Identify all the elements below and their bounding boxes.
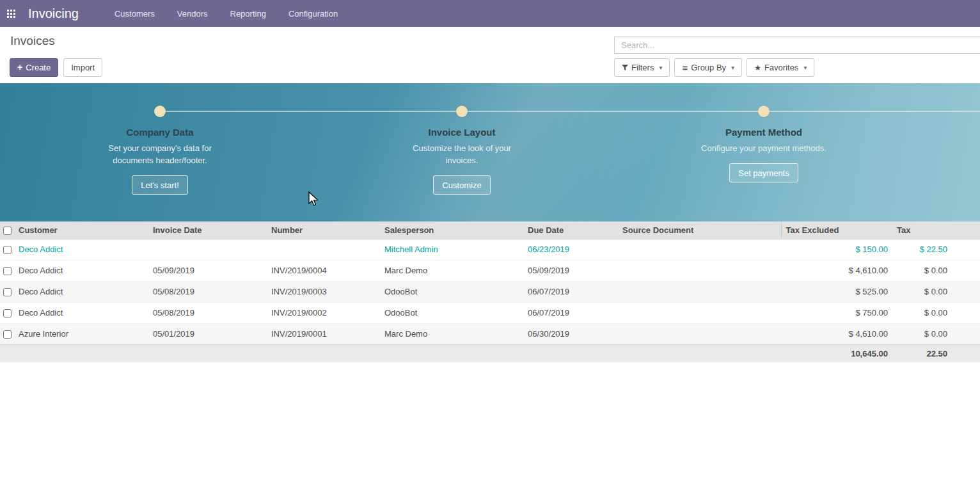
cell-number: INV/2019/0002 <box>267 302 380 323</box>
filters-button[interactable]: Filters ▾ <box>614 58 670 77</box>
table-row[interactable]: Deco Addict 05/08/2019 INV/2019/0003 Odo… <box>0 281 980 302</box>
step-dot-icon <box>758 106 770 117</box>
lets-start-button[interactable]: Let's start! <box>132 175 188 195</box>
invoice-table: Customer Invoice Date Number Salesperson… <box>0 221 980 362</box>
app-name[interactable]: Invoicing <box>28 6 79 21</box>
main-menu: Customers Vendors Reporting Configuratio… <box>115 9 338 19</box>
row-checkbox[interactable] <box>3 288 12 296</box>
cell-invoice-date: 05/08/2019 <box>148 302 267 323</box>
search-input[interactable] <box>614 36 980 54</box>
apps-menu-button[interactable] <box>0 0 22 27</box>
cell-tax-excluded: $ 525.00 <box>781 281 892 302</box>
table-row[interactable]: Deco Addict 05/08/2019 INV/2019/0002 Odo… <box>0 302 980 323</box>
cell-due-date: 05/09/2019 <box>523 260 618 281</box>
onboarding-step-payment-method: Payment Method Configure your payment me… <box>681 106 847 182</box>
table-header-row: Customer Invoice Date Number Salesperson… <box>0 221 980 239</box>
column-header-tax[interactable]: Tax <box>892 221 980 239</box>
chevron-down-icon: ▾ <box>803 59 807 76</box>
step-title: Company Data <box>126 127 193 138</box>
row-checkbox[interactable] <box>3 267 12 275</box>
cell-source-document <box>618 239 781 260</box>
onboarding-step-company-data: Company Data Set your company's data for… <box>77 106 243 195</box>
cell-salesperson: Mitchell Admin <box>380 239 523 260</box>
cell-salesperson: OdooBot <box>380 281 523 302</box>
cell-due-date: 06/07/2019 <box>523 281 618 302</box>
table-row[interactable]: Azure Interior 05/01/2019 INV/2019/0001 … <box>0 323 980 344</box>
column-header-invoice-date[interactable]: Invoice Date <box>148 221 267 239</box>
chevron-down-icon: ▾ <box>659 59 662 76</box>
group-by-button[interactable]: ≡ Group By ▾ <box>674 58 742 77</box>
set-payments-button[interactable]: Set payments <box>729 163 798 182</box>
create-button[interactable]: + Create <box>10 58 58 77</box>
cell-customer: Deco Addict <box>14 302 148 323</box>
cell-number <box>267 239 380 260</box>
menu-vendors[interactable]: Vendors <box>177 9 208 19</box>
step-title: Invoice Layout <box>428 127 495 138</box>
step-dot-icon <box>154 106 166 117</box>
column-header-customer[interactable]: Customer <box>14 221 148 239</box>
favorites-button[interactable]: ★ Favorites ▾ <box>747 58 814 77</box>
filter-icon <box>622 65 628 71</box>
cell-customer: Deco Addict <box>14 239 148 260</box>
import-button-label: Import <box>71 59 95 76</box>
page-title: Invoices <box>10 34 55 48</box>
cell-tax-excluded: $ 4,610.00 <box>781 323 892 344</box>
cell-invoice-date <box>148 239 267 260</box>
group-by-icon: ≡ <box>682 63 688 72</box>
plus-icon: + <box>17 59 22 76</box>
menu-reporting[interactable]: Reporting <box>230 9 266 19</box>
import-button[interactable]: Import <box>63 58 102 77</box>
table-row[interactable]: Deco Addict Mitchell Admin 06/23/2019 $ … <box>0 239 980 260</box>
cell-due-date: 06/30/2019 <box>523 323 618 344</box>
column-header-number[interactable]: Number <box>267 221 380 239</box>
cell-due-date: 06/07/2019 <box>523 302 618 323</box>
row-checkbox[interactable] <box>3 330 12 339</box>
cell-salesperson: Marc Demo <box>380 323 523 344</box>
menu-configuration[interactable]: Configuration <box>288 9 338 19</box>
cell-salesperson: Marc Demo <box>380 260 523 281</box>
total-tax-excluded: 10,645.00 <box>781 344 892 362</box>
cell-salesperson: OdooBot <box>380 302 523 323</box>
cell-invoice-date: 05/08/2019 <box>148 281 267 302</box>
row-checkbox[interactable] <box>3 246 12 254</box>
select-all-checkbox[interactable] <box>3 227 12 235</box>
step-description: Configure your payment methods. <box>700 142 828 154</box>
favorites-button-label: Favorites <box>764 59 798 76</box>
step-dot-icon <box>456 106 468 117</box>
menu-customers[interactable]: Customers <box>115 9 155 19</box>
search-options: Filters ▾ ≡ Group By ▾ ★ Favorites ▾ <box>614 58 814 77</box>
group-by-button-label: Group By <box>691 59 726 76</box>
cell-tax-excluded: $ 150.00 <box>781 239 892 260</box>
onboarding-banner: Company Data Set your company's data for… <box>0 83 980 221</box>
onboarding-step-invoice-layout: Invoice Layout Customize the look of you… <box>379 106 545 195</box>
column-header-due-date[interactable]: Due Date <box>523 221 618 239</box>
cell-invoice-date: 05/09/2019 <box>148 260 267 281</box>
cell-customer: Deco Addict <box>14 260 148 281</box>
column-header-tax-excluded[interactable]: Tax Excluded <box>781 221 892 239</box>
cell-source-document <box>618 260 781 281</box>
column-header-source-document[interactable]: Source Document <box>618 221 781 239</box>
cell-tax-excluded: $ 4,610.00 <box>781 260 892 281</box>
table-row[interactable]: Deco Addict 05/09/2019 INV/2019/0004 Mar… <box>0 260 980 281</box>
chevron-down-icon: ▾ <box>731 59 734 76</box>
top-navbar: Invoicing Customers Vendors Reporting Co… <box>0 0 980 27</box>
cell-source-document <box>618 281 781 302</box>
cell-number: INV/2019/0004 <box>267 260 380 281</box>
cell-tax-excluded: $ 750.00 <box>781 302 892 323</box>
cell-tax: $ 0.00 <box>892 260 980 281</box>
cell-invoice-date: 05/01/2019 <box>148 323 267 344</box>
cell-tax: $ 22.50 <box>892 239 980 260</box>
row-checkbox[interactable] <box>3 309 12 317</box>
filters-button-label: Filters <box>631 59 654 76</box>
cell-customer: Azure Interior <box>14 323 148 344</box>
cell-number: INV/2019/0003 <box>267 281 380 302</box>
column-header-salesperson[interactable]: Salesperson <box>380 221 523 239</box>
control-panel: Invoices + Create Import Filters ▾ ≡ Gro… <box>0 27 980 83</box>
cell-number: INV/2019/0001 <box>267 323 380 344</box>
apps-grid-icon <box>7 10 15 18</box>
onboarding-timeline <box>160 111 980 112</box>
customize-button[interactable]: Customize <box>433 175 490 195</box>
cell-tax: $ 0.00 <box>892 281 980 302</box>
cell-source-document <box>618 323 781 344</box>
star-icon: ★ <box>754 64 761 72</box>
